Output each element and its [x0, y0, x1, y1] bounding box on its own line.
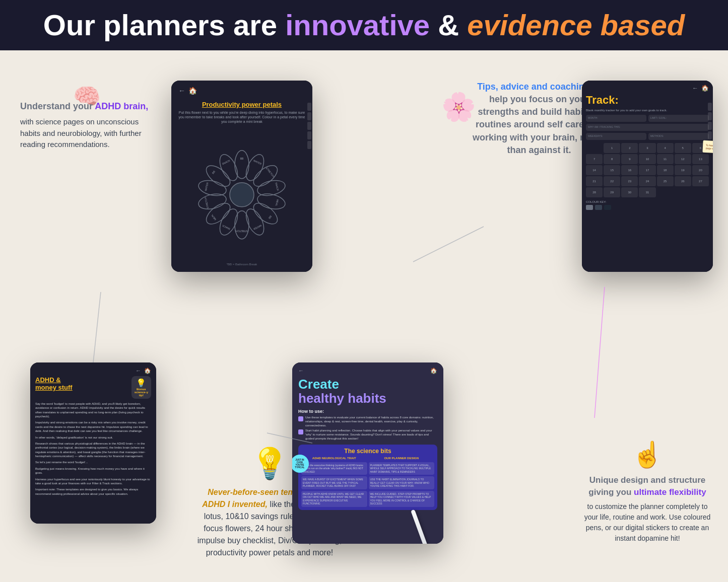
habits-home-icon[interactable]: 🏠 [430, 368, 437, 374]
colour-dot-3 [604, 205, 611, 210]
money-para-1: Say the word 'budget' to most people wit… [35, 402, 151, 419]
svg-point-26 [216, 152, 241, 184]
money-body-text: Say the word 'budget' to most people wit… [35, 402, 151, 498]
science-row3-right: WE INCLUDE GUIDED, STEP-STEP PROMPTS TO … [369, 491, 435, 507]
track-home-icon[interactable]: 🏠 [701, 85, 709, 92]
science-row2-left: WE HAVE A BURST OF EXCITEMENT WHEN SOME … [301, 476, 367, 489]
home-icon[interactable]: 🏠 [188, 87, 197, 95]
cal-4: 4 [657, 143, 674, 153]
habits-instruction-1: Use these templates to evaluate your cur… [296, 416, 439, 427]
adhd-brain-text-section: Understand your ADHD brain, with science… [20, 101, 151, 151]
svg-text:MEAL: MEAL [275, 199, 280, 207]
petals-subtitle: Put this flower next to you while you're… [177, 110, 306, 124]
side-tab-item[interactable] [307, 103, 311, 111]
colour-key-section: COLOUR KEY: [586, 200, 709, 210]
check-box-2 [298, 429, 303, 434]
svg-line-29 [93, 292, 101, 362]
money-home-icon[interactable]: 🏠 [144, 368, 151, 374]
track-methods-label: METHODS: [650, 134, 707, 137]
just-in-case-badge: JUST IN CASE YOU'RE TYPICAL [292, 455, 309, 473]
track-title: Track: [586, 94, 709, 107]
track-side-tab[interactable] [708, 112, 712, 120]
science-row1-left: When the executive thinking (systems of … [301, 462, 367, 475]
track-side-tab[interactable] [708, 122, 712, 130]
science-row3-left: PEOPLE WITH ADHD KNOW UNTIL WE GET CLEAR… [301, 491, 367, 507]
headline-and: & [430, 9, 467, 41]
cal-19: 19 [675, 165, 691, 175]
money-para-8: Important note: These templates are desi… [35, 487, 151, 496]
sticky-note: To keep this page with you... [702, 140, 713, 154]
instruction-2-text: Start habit planning and reflection. Cho… [305, 429, 437, 441]
cal-26: 26 [675, 176, 691, 186]
science-left-header: ADHD NEUROLOGICAL TRAIT [301, 457, 367, 460]
svg-line-31 [413, 227, 484, 262]
svg-text:SNACK: SNACK [221, 224, 231, 231]
money-back-icon[interactable]: ← [136, 368, 141, 374]
track-side-tab[interactable] [708, 131, 712, 139]
side-tab-item[interactable] [307, 122, 311, 130]
track-nav: ← 🏠 [586, 85, 709, 92]
side-tab-item[interactable] [307, 131, 311, 139]
bonus-tip-icon: 💡 [136, 378, 146, 388]
svg-text:STRETCH: STRETCH [204, 196, 209, 209]
science-bits-title: The science bits [301, 448, 434, 455]
cal-20: 20 [692, 165, 709, 175]
cal-31: 31 [639, 187, 655, 197]
side-tab-item[interactable] [307, 141, 311, 149]
adhd-brain-body: with science pages on unconscious habits… [20, 116, 151, 151]
track-why-label: WHY AM I TRACKING THIS: [588, 125, 707, 128]
money-para-6: Budgeting just means knowing. Knowing ho… [35, 467, 151, 475]
unique-design-highlight: ultimate flexibility [634, 487, 706, 497]
cal-12: 12 [675, 154, 691, 164]
cal-7: 7 [586, 154, 603, 164]
track-weekdays-label: WEEKDAYS: [588, 134, 644, 137]
back-icon[interactable]: ← [178, 87, 185, 95]
track-why-field: WHY AM I TRACKING THIS: [586, 124, 709, 131]
money-para-2: Impulsivity and strong emotions can be a… [35, 420, 151, 433]
header-banner: Our planners are innovative & evidence b… [0, 0, 728, 50]
cal-24: 24 [639, 176, 655, 186]
nav-back-icons: ← 🏠 [178, 87, 197, 95]
instruction-1-text: Use these templates to evaluate your cur… [305, 416, 437, 427]
cal-8: 8 [604, 154, 620, 164]
cal-2: 2 [621, 143, 638, 153]
habits-back-icon[interactable]: ← [298, 368, 304, 374]
colour-dot-1 [586, 205, 593, 210]
track-form: MONTH: LIMIT / GOAL: WHY AM I TRACKING T… [586, 115, 709, 140]
track-side-tabs [707, 101, 713, 141]
track-month-label: MONTH: [588, 116, 644, 119]
adhd-brain-heading-highlight: ADHD brain, [95, 101, 148, 111]
svg-text:BB: BB [268, 215, 273, 220]
colour-key-label: COLOUR KEY: [586, 200, 709, 203]
cal-27: 27 [692, 176, 709, 186]
svg-text:WATER: WATER [253, 159, 262, 166]
svg-point-0 [235, 151, 249, 179]
track-back-icon[interactable]: ← [692, 85, 698, 92]
tips-advice-heading-highlight: Tips, advice and coaching [477, 82, 590, 92]
headline-part1: Our planners are [43, 9, 285, 41]
money-para-7: Harness your hyperfocus and see your not… [35, 477, 151, 486]
adhd-money-inner: ← 🏠 ADHD &money stuff 💡 Bonusscience-yti… [30, 362, 156, 524]
science-right-header: OUR PLANNER DESIGN [369, 457, 435, 460]
cal-9: 9 [621, 154, 638, 164]
cal-11: 11 [657, 154, 674, 164]
flower-svg: BB WATER STRETCH SNACK MEAL BB [191, 127, 292, 263]
cal-29: 29 [604, 187, 620, 197]
side-tab-item[interactable] [307, 112, 311, 120]
petals-note: *BB = Bathroom Break [227, 263, 257, 266]
cal-28: 28 [586, 187, 603, 197]
svg-text:MEAL: MEAL [210, 213, 217, 221]
svg-text:BB: BB [240, 157, 244, 160]
track-side-tab[interactable] [708, 103, 712, 111]
track-tablet-inner: ← 🏠 Track: Blank monthly tracker for you… [582, 81, 713, 272]
cal-30: 30 [621, 187, 638, 197]
cal-18: 18 [657, 165, 674, 175]
money-header: ADHD &money stuff 💡 Bonusscience-ytip! [35, 376, 151, 399]
cal-13: 13 [692, 154, 709, 164]
science-row1-right: PLANNER TEMPLATES THAT SUPPORT A VISUAL,… [369, 462, 435, 475]
habits-title: Create healthy habits [296, 377, 439, 406]
science-grid: ADHD NEUROLOGICAL TRAIT OUR PLANNER DESI… [301, 457, 434, 507]
svg-point-14 [235, 211, 249, 239]
petals-title: Productivity power petals [202, 101, 282, 108]
bonus-tip-label: Bonusscience-ytip! [135, 388, 148, 397]
